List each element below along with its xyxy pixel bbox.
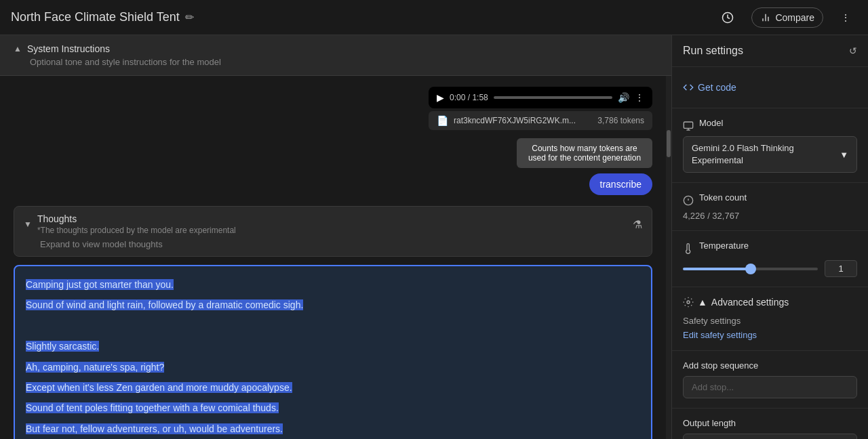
system-instructions-title: System Instructions [27, 43, 110, 54]
scrollbar-thumb[interactable] [667, 130, 671, 157]
model-row: Model [683, 118, 857, 133]
temperature-value: 1 [825, 260, 857, 277]
app-header: North Face Climate Shield Tent ✏ Compare… [0, 0, 868, 35]
model-section: Model Gemini 2.0 Flash Thinking Experime… [672, 108, 868, 183]
video-progress-bar[interactable] [494, 96, 612, 99]
flask-icon: ⚗ [633, 218, 642, 231]
more-icon: ⋮ [841, 12, 850, 23]
model-icon [683, 121, 694, 131]
temperature-row: Temperature [683, 241, 857, 256]
edit-title-icon[interactable]: ✏ [185, 11, 194, 24]
thoughts-section: ▼ Thoughts *The thoughts produced by the… [14, 206, 652, 257]
temperature-slider[interactable] [683, 268, 818, 270]
response-text: Camping just got smarter than you. Sound… [26, 277, 640, 439]
thoughts-collapse-icon: ▼ [24, 220, 32, 229]
tooltip-container: Counts how many tokens are used for the … [14, 138, 652, 168]
thoughts-title-row: ▼ Thoughts *The thoughts produced by the… [24, 213, 236, 235]
temperature-icon [683, 243, 694, 254]
collapse-icon: ▲ [14, 44, 22, 54]
thoughts-title-group: Thoughts *The thoughts produced by the m… [37, 213, 236, 235]
system-instructions-header[interactable]: ▲ System Instructions [14, 43, 658, 54]
advanced-settings-label: Advanced settings [711, 297, 789, 308]
edit-safety-button[interactable]: Edit safety settings [683, 330, 757, 340]
dropdown-arrow-icon: ▼ [840, 150, 848, 160]
thoughts-subtitle: *The thoughts produced by the model are … [37, 226, 236, 235]
response-line-7: Sound of tent poles fitting together wit… [26, 400, 640, 415]
response-line-1: Camping just got smarter than you. [26, 277, 640, 292]
history-button[interactable] [715, 7, 741, 28]
compare-icon [760, 12, 771, 23]
right-sidebar: Run settings ↺ Get code Model Gemini 2.0… [671, 35, 868, 439]
safety-settings-label: Safety settings [683, 316, 857, 326]
svg-point-10 [687, 301, 690, 304]
page-title: North Face Climate Shield Tent [11, 10, 180, 24]
token-count-label: Token count [699, 192, 747, 203]
video-time: 0:00 / 1:58 [450, 93, 488, 102]
system-instructions-section: ▲ System Instructions Optional tone and … [0, 35, 671, 76]
model-label: Model [699, 118, 723, 128]
video-container: ▶ 0:00 / 1:58 🔊 ⋮ 📄 rat3kncdWF76XJW5iRG2… [14, 87, 652, 130]
svg-rect-4 [684, 122, 692, 128]
system-instructions-subtitle: Optional tone and style instructions for… [30, 57, 658, 67]
file-name: rat3kncdWF76XJW5iRG2WK.m... [454, 116, 592, 125]
response-box[interactable]: Camping just got smarter than you. Sound… [14, 265, 652, 439]
token-count-value: 4,226 / 32,767 [683, 211, 857, 221]
temperature-section: Temperature 1 [672, 231, 868, 287]
response-line-5: Ah, camping, nature's spa, right? [26, 360, 640, 375]
tooltip-popup: Counts how many tokens are used for the … [517, 138, 652, 168]
history-icon [722, 12, 734, 24]
advanced-settings-header[interactable]: ▲ Advanced settings [683, 297, 857, 308]
output-length-section: Output length [672, 409, 868, 439]
response-line-4: Slightly sarcastic. [26, 339, 640, 354]
thoughts-title: Thoughts [37, 213, 236, 224]
get-code-section: Get code [672, 67, 868, 108]
transcribe-button[interactable]: transcribe [589, 173, 652, 195]
run-settings-header: Run settings ↺ [683, 45, 857, 57]
response-line-6: Except when it's less Zen garden and mor… [26, 380, 640, 395]
response-line-8: But fear not, fellow adventurers, or uh,… [26, 421, 640, 436]
volume-icon[interactable]: 🔊 [618, 92, 629, 103]
compare-button[interactable]: Compare [751, 7, 823, 28]
video-more-icon[interactable]: ⋮ [635, 92, 644, 103]
model-select-dropdown[interactable]: Gemini 2.0 Flash Thinking Experimental ▼ [683, 136, 857, 173]
thoughts-header[interactable]: ▼ Thoughts *The thoughts produced by the… [24, 213, 642, 235]
compare-label: Compare [775, 12, 814, 23]
more-menu-button[interactable]: ⋮ [834, 8, 857, 27]
file-info: 📄 rat3kncdWF76XJW5iRG2WK.m... 3,786 toke… [429, 111, 652, 130]
advanced-settings-chevron: ▲ [698, 297, 707, 308]
refresh-icon[interactable]: ↺ [849, 45, 857, 56]
main-layout: ▲ System Instructions Optional tone and … [0, 35, 868, 439]
token-count-section: Token count 4,226 / 32,767 [672, 183, 868, 231]
settings-icon [683, 297, 694, 308]
get-code-label: Get code [698, 82, 736, 93]
transcribe-btn-container: transcribe [14, 173, 652, 195]
token-icon [683, 195, 694, 206]
token-count-row: Token count [683, 192, 857, 208]
play-button[interactable]: ▶ [437, 92, 444, 103]
add-stop-sequence-section: Add stop sequence [672, 351, 868, 409]
header-left: North Face Climate Shield Tent ✏ [11, 10, 194, 24]
chat-scrollbar[interactable] [666, 76, 671, 439]
temperature-label: Temperature [699, 241, 749, 251]
advanced-settings-section: ▲ Advanced settings Safety settings Edit… [672, 287, 868, 351]
add-stop-label: Add stop sequence [683, 360, 857, 371]
temperature-slider-row: 1 [683, 260, 857, 277]
header-right: Compare ⋮ [715, 7, 857, 28]
expand-thoughts-link[interactable]: Expand to view model thoughts [24, 239, 642, 249]
add-stop-input[interactable] [683, 376, 857, 398]
run-settings-header-section: Run settings ↺ [672, 35, 868, 67]
output-length-label: Output length [683, 418, 857, 428]
response-line-2: Sound of wind and light rain, followed b… [26, 297, 640, 312]
output-length-input[interactable] [683, 434, 857, 439]
get-code-button[interactable]: Get code [683, 77, 736, 98]
chat-area[interactable]: ▶ 0:00 / 1:58 🔊 ⋮ 📄 rat3kncdWF76XJW5iRG2… [0, 76, 666, 439]
tooltip-text: Counts how many tokens are used for the … [528, 144, 641, 163]
code-icon [683, 82, 694, 93]
run-settings-title: Run settings [683, 45, 743, 57]
file-icon: 📄 [437, 115, 448, 126]
model-selected-value: Gemini 2.0 Flash Thinking Experimental [692, 142, 840, 167]
video-player: ▶ 0:00 / 1:58 🔊 ⋮ [429, 87, 652, 108]
content-area: ▲ System Instructions Optional tone and … [0, 35, 671, 439]
response-line-3 [26, 318, 640, 333]
file-token-count: 3,786 tokens [597, 116, 644, 125]
